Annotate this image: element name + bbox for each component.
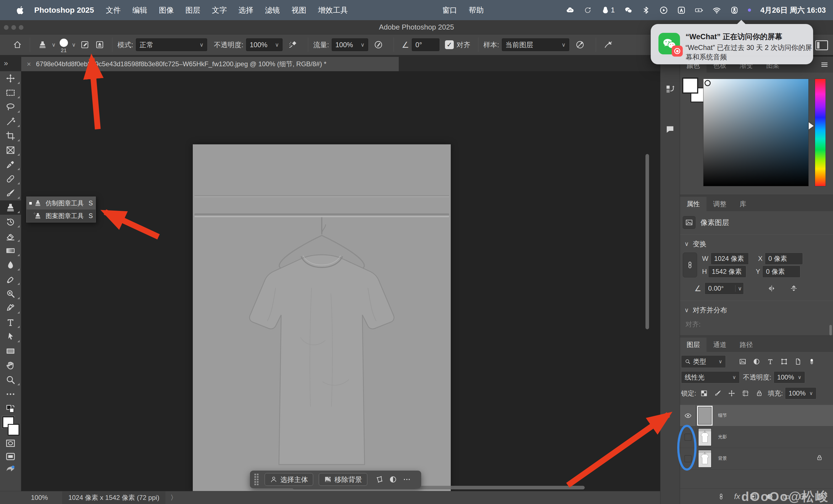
lock-artboard-icon[interactable] (742, 389, 749, 397)
rotation-select[interactable]: 0.00° ∨ (705, 282, 744, 295)
menu-item-增效工具[interactable]: 增效工具 (312, 6, 354, 14)
brush-settings-panel-icon[interactable] (80, 40, 90, 49)
visibility-toggle[interactable] (680, 426, 696, 448)
sample-select[interactable]: 当前图层 ∨ (502, 39, 569, 51)
menu-item-图层[interactable]: 图层 (180, 6, 206, 14)
collapse-tools-icon[interactable]: » (4, 59, 8, 68)
input-source-icon[interactable] (677, 6, 686, 14)
tool-blur[interactable] (0, 258, 21, 272)
sync-icon[interactable] (584, 6, 592, 14)
tool-dodge[interactable] (0, 286, 21, 301)
hue-bar[interactable] (815, 79, 826, 186)
chevron-down-icon[interactable]: ∨ (52, 42, 56, 48)
tab-库[interactable]: 库 (733, 197, 753, 211)
color-swatches[interactable] (2, 416, 19, 435)
panel-scrollbar[interactable] (829, 325, 832, 335)
color-picker-handle[interactable] (705, 80, 711, 86)
tab-通道[interactable]: 通道 (707, 337, 733, 352)
quick-mask-icon[interactable] (5, 438, 16, 449)
wechat-icon[interactable] (624, 6, 633, 14)
menu-item-编辑[interactable]: 编辑 (126, 6, 153, 14)
visibility-toggle[interactable] (680, 448, 696, 470)
filter-pixel-layers-icon[interactable] (739, 358, 746, 366)
history-panel-icon[interactable] (665, 84, 675, 94)
tool-lasso[interactable] (0, 100, 21, 114)
layer-row-细节[interactable]: 细节 (680, 405, 833, 426)
transform-icon[interactable] (375, 475, 383, 484)
flyout-item-仿制图章工具[interactable]: 仿制图章工具 S (26, 197, 96, 209)
taskbar-drag-handle[interactable] (254, 474, 259, 485)
apple-menu-icon[interactable] (16, 5, 25, 15)
comments-panel-icon[interactable] (665, 124, 675, 134)
blend-mode-select[interactable]: 正常 ∨ (136, 39, 207, 51)
filter-adjustment-layers-icon[interactable] (753, 358, 760, 366)
flow-select[interactable]: 100% ∨ (332, 39, 368, 51)
layer-opacity-select[interactable]: 100% ∨ (774, 371, 805, 383)
airbrush-toggle-icon[interactable] (288, 40, 298, 49)
layer-style-icon[interactable]: fx (734, 492, 740, 501)
window-minimize-button[interactable] (11, 25, 16, 30)
tool-smudge[interactable] (0, 272, 21, 286)
zoom-level[interactable]: 100% (31, 494, 48, 502)
document-image[interactable] (193, 144, 451, 491)
width-input[interactable]: 1024 像素 (711, 253, 749, 265)
ignore-adjustment-layers-icon[interactable] (575, 40, 585, 49)
tool-healing[interactable] (0, 172, 21, 186)
tool-gradient[interactable] (0, 244, 21, 258)
flip-vertical-icon[interactable] (790, 284, 798, 293)
tool-eraser[interactable] (0, 229, 21, 244)
menu-item-窗口[interactable]: 窗口 (436, 5, 463, 15)
tool-crop[interactable] (0, 129, 21, 143)
layer-thumbnail[interactable] (698, 450, 712, 468)
wifi-icon[interactable] (713, 6, 721, 14)
lock-pixels-icon[interactable] (714, 389, 722, 397)
tab-调整[interactable]: 调整 (707, 197, 733, 211)
menu-item-选择[interactable]: 选择 (233, 6, 259, 14)
menu-item-视图[interactable]: 视图 (286, 6, 312, 14)
tool-eyedropper[interactable] (0, 157, 21, 172)
menu-item-图像[interactable]: 图像 (153, 6, 180, 14)
lock-all-icon[interactable] (755, 389, 763, 397)
section-collapse-icon[interactable]: ∨ (684, 241, 689, 248)
tool-more[interactable] (0, 387, 21, 401)
flip-horizontal-icon[interactable] (767, 284, 776, 293)
tab-路径[interactable]: 路径 (733, 337, 760, 352)
remove-background-button[interactable]: 移除背景 (319, 473, 367, 486)
hue-slider-handle[interactable] (809, 122, 814, 129)
aligned-checkbox[interactable]: ✓ (445, 40, 454, 49)
menu-item-文字[interactable]: 文字 (206, 6, 233, 14)
tool-marquee[interactable] (0, 85, 21, 100)
cloud-icon[interactable] (566, 6, 574, 14)
section-collapse-icon[interactable]: ∨ (684, 307, 689, 314)
visibility-toggle[interactable] (680, 405, 696, 426)
control-center-icon[interactable] (730, 6, 739, 14)
layer-row-背景[interactable]: 背景 (680, 448, 833, 470)
lock-transparent-icon[interactable] (700, 389, 708, 397)
menu-item-滤镜[interactable]: 滤镜 (259, 6, 286, 14)
tool-preset-stamp-icon[interactable] (38, 40, 47, 49)
filter-toggle-icon[interactable] (808, 358, 816, 366)
tab-图层[interactable]: 图层 (680, 337, 707, 352)
flyout-item-图案图章工具[interactable]: 图案图章工具 S ⁘ (26, 209, 96, 222)
panel-window-icon[interactable] (815, 40, 828, 50)
bluetooth-icon[interactable] (642, 6, 650, 14)
tool-hand[interactable] (0, 358, 21, 373)
layer-name[interactable]: 光影 (718, 434, 727, 440)
wechat-notification[interactable]: “WeChat” 正在访问你的屏幕 “WeChat” 已在过去 30 天 2 次… (651, 24, 813, 64)
tool-move[interactable] (0, 71, 21, 85)
tool-shape[interactable] (0, 344, 21, 358)
tool-pathselect[interactable] (0, 330, 21, 344)
more-options-icon[interactable] (403, 475, 411, 484)
link-dimensions-button[interactable] (683, 253, 697, 277)
share-image-icon[interactable] (5, 464, 16, 475)
panel-color-swatches[interactable] (682, 78, 703, 101)
lock-position-icon[interactable] (728, 389, 736, 397)
window-close-button[interactable] (4, 25, 8, 30)
angle-input[interactable]: 0° (412, 39, 439, 51)
blend-mode-select[interactable]: 线性光 ∨ (681, 371, 740, 383)
menu-datetime[interactable]: 4月26日 周六 16:03 (760, 5, 826, 15)
foreground-color-swatch[interactable] (682, 78, 698, 94)
tool-type[interactable] (0, 315, 21, 330)
media-play-icon[interactable] (660, 6, 668, 14)
chevron-down-icon[interactable]: ∨ (72, 42, 76, 48)
